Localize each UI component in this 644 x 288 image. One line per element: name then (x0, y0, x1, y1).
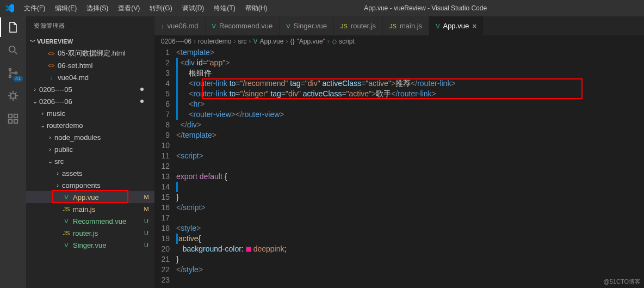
tree-row[interactable]: VApp.vueM (26, 191, 154, 203)
menu-item[interactable]: 终端(T) (209, 4, 240, 13)
tree-row[interactable]: VSinger.vueU (26, 239, 154, 251)
code-line[interactable]: <hr> (176, 99, 644, 109)
code-line[interactable]: <router-link to="/singer" tag="div" acti… (176, 89, 644, 99)
search-icon[interactable] (7, 44, 20, 57)
tree-label: music (47, 109, 150, 118)
tree-row[interactable]: JSmain.jsM (26, 203, 154, 215)
code-line[interactable]: <script> (176, 151, 644, 161)
chevron-right-icon: › (53, 182, 62, 188)
editor-tab[interactable]: VApp.vue× (429, 16, 484, 35)
svg-point-4 (10, 93, 15, 98)
chevron-down-icon: ⌄ (30, 98, 39, 105)
code-line[interactable]: <style> (176, 223, 644, 234)
menu-item[interactable]: 选择(S) (82, 4, 113, 13)
code-line[interactable]: <div id="app"> (176, 58, 644, 68)
tree-label: components (62, 181, 150, 189)
chevron-right-icon: › (233, 38, 236, 45)
editor-tab[interactable]: JSrouter.js (334, 16, 383, 35)
chevron-right-icon: › (46, 134, 54, 140)
file-tree: <>05-双问数据绑定.html<>06-set.html↓vue04.md›0… (26, 47, 154, 288)
tree-row[interactable]: VRecommend.vueU (26, 215, 154, 227)
explorer-icon[interactable] (7, 21, 20, 34)
editor-tab[interactable]: VSinger.vue (280, 16, 334, 35)
line-change-mark (176, 78, 178, 89)
menu-item[interactable]: 文件(F) (19, 4, 50, 13)
code-line[interactable]: } (176, 192, 644, 203)
code-line[interactable]: <template> (176, 47, 644, 58)
code-line[interactable]: .active{ (176, 234, 644, 244)
file-icon: V (62, 194, 71, 200)
close-icon[interactable]: × (472, 22, 476, 30)
menu-item[interactable]: 帮助(H) (240, 4, 273, 13)
code-line[interactable]: </script> (176, 203, 644, 213)
breadcrumbs[interactable]: 0206----06›routerdemo›src›VApp.vue›{}"Ap… (154, 35, 644, 47)
editor-tab[interactable]: VRecommend.vue (206, 16, 280, 35)
tree-row[interactable]: ⌄0206----06 (26, 95, 154, 107)
sidebar-section[interactable]: ﹀ VUEREVIEW (26, 35, 154, 47)
svg-point-1 (9, 69, 11, 71)
tree-row[interactable]: <>06-set.html (26, 59, 154, 71)
tree-row[interactable]: JSrouter.jsU (26, 227, 154, 239)
code-lines[interactable]: <template> <div id="app"> 根组件 <router-li… (176, 47, 644, 288)
tree-label: routerdemo (47, 121, 150, 130)
code-line[interactable] (176, 213, 644, 223)
chevron-right-icon: › (194, 38, 196, 45)
debug-icon[interactable] (7, 89, 20, 102)
breadcrumb-item[interactable]: script (339, 38, 355, 45)
line-change-mark (176, 68, 178, 78)
code-line[interactable]: </template> (176, 130, 644, 140)
breadcrumb-item[interactable]: "App.vue" (296, 38, 325, 45)
breadcrumb-icon: {} (290, 38, 294, 45)
tree-row[interactable]: <>05-双问数据绑定.html (26, 47, 154, 59)
chevron-down-icon: ⌄ (38, 122, 47, 129)
code-line[interactable]: </div> (176, 120, 644, 130)
code-editor[interactable]: 1234567891011121314151617181920212223 <t… (154, 47, 644, 288)
menu-item[interactable]: 调试(D) (177, 4, 209, 13)
svg-point-2 (9, 76, 11, 78)
git-status: U (143, 230, 150, 236)
chevron-right-icon: › (38, 110, 47, 117)
line-change-mark (176, 182, 178, 192)
source-control-icon[interactable]: 41 (7, 66, 20, 79)
tab-label: router.js (351, 22, 376, 30)
code-line[interactable]: <router-link to="/recommend" tag="div" a… (176, 78, 644, 89)
code-line[interactable] (176, 275, 644, 285)
menu-item[interactable]: 转到(G) (145, 4, 177, 13)
code-line[interactable] (176, 182, 644, 192)
svg-rect-7 (14, 120, 17, 123)
chevron-right-icon: › (53, 170, 62, 176)
tree-row[interactable]: ↓vue04.md (26, 71, 154, 83)
tree-row[interactable]: ›assets (26, 167, 154, 179)
tree-row[interactable]: ›music (26, 107, 154, 119)
editor-tab[interactable]: JSmain.js (383, 16, 429, 35)
tree-row[interactable]: ›public (26, 143, 154, 155)
code-line[interactable]: } (176, 254, 644, 265)
code-line[interactable]: background-color: deeppink; (176, 244, 644, 254)
line-change-mark (176, 89, 178, 99)
menu-item[interactable]: 编辑(E) (50, 4, 82, 13)
code-line[interactable] (176, 161, 644, 171)
section-label: VUEREVIEW (37, 38, 73, 45)
tree-label: router.js (73, 229, 143, 237)
tree-row[interactable]: ›node_modules (26, 131, 154, 143)
tree-row[interactable]: ⌄src (26, 155, 154, 167)
code-line[interactable]: </style> (176, 265, 644, 275)
breadcrumb-item[interactable]: routerdemo (198, 38, 231, 45)
tree-row[interactable]: ⌄routerdemo (26, 119, 154, 131)
editor-tab[interactable]: ↓vue06.md (154, 16, 206, 35)
tree-row[interactable]: ›components (26, 179, 154, 191)
code-line[interactable]: <router-view></router-view> (176, 109, 644, 120)
breadcrumb-item[interactable]: src (238, 38, 246, 45)
svg-rect-5 (9, 114, 12, 118)
tree-row[interactable]: ›0205----05 (26, 83, 154, 95)
code-line[interactable]: 根组件 (176, 68, 644, 78)
tab-label: main.js (400, 22, 422, 30)
code-line[interactable]: export default { (176, 171, 644, 182)
breadcrumb-item[interactable]: App.vue (259, 38, 283, 45)
tab-label: vue06.md (168, 22, 199, 30)
code-line[interactable] (176, 140, 644, 151)
breadcrumb-item[interactable]: 0206----06 (161, 38, 191, 45)
menu-item[interactable]: 查看(V) (113, 4, 145, 13)
extensions-icon[interactable] (7, 112, 20, 125)
chevron-right-icon: › (286, 38, 288, 45)
